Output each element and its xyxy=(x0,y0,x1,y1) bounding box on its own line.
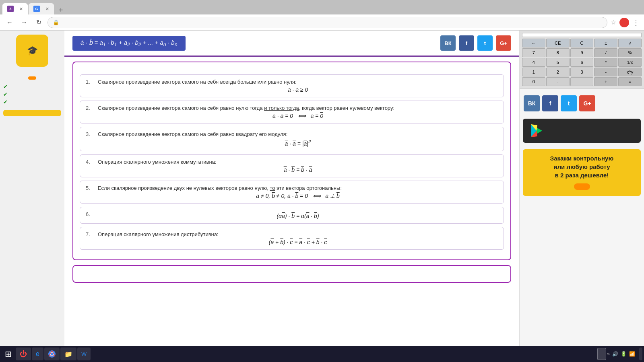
taskbar-active-app[interactable] xyxy=(597,348,606,360)
address-bar[interactable]: 🔒 xyxy=(47,17,607,28)
calc-plusminus[interactable]: ± xyxy=(594,39,617,47)
calc-3[interactable]: 3 xyxy=(570,68,594,76)
ad-logo: 🎓 xyxy=(16,35,48,67)
share-tw-button[interactable]: t xyxy=(477,35,493,51)
rs-share-gp[interactable]: G+ xyxy=(579,95,595,111)
google-play-ad[interactable] xyxy=(523,119,641,143)
new-tab-button[interactable]: + xyxy=(56,6,66,14)
calc-pow[interactable]: x^y xyxy=(618,68,642,76)
rs-share-fb[interactable]: f xyxy=(542,95,558,111)
calc-div[interactable]: / xyxy=(594,48,617,57)
refresh-button[interactable]: ↻ xyxy=(33,17,44,28)
ad-feature-1: ✔ xyxy=(3,84,61,90)
calc-sqrt[interactable]: √ xyxy=(618,39,642,47)
property-1: 1. Скалярное произведение вектора самого… xyxy=(80,74,504,97)
calculator: ← CE C ± √ 7 8 9 / % 4 5 6 * 1/x 1 2 3 -… xyxy=(520,31,644,89)
menu-icon[interactable]: ⋮ xyxy=(632,18,640,27)
main-formula: ā · b̄ = a1 · b1 + a2 · b2 + ... + an · … xyxy=(72,36,186,51)
volume-icon[interactable]: 🔊 xyxy=(612,351,618,357)
lock-icon: 🔒 xyxy=(53,19,59,25)
formula-header: ā · b̄ = a1 · b1 + a2 · b2 + ... + an · … xyxy=(64,31,519,57)
calc-inv[interactable]: 1/x xyxy=(618,58,642,67)
show-desktop-button[interactable] xyxy=(639,348,642,360)
properties-section: 1. Скалярное произведение вектора самого… xyxy=(72,62,511,260)
rs-join-section: ВК f t G+ xyxy=(520,89,644,115)
check-icon-1: ✔ xyxy=(3,84,8,90)
taskbar-power[interactable]: ⏻ xyxy=(16,348,31,360)
calc-0[interactable]: 0 xyxy=(522,77,545,86)
check-icon-3: ✔ xyxy=(3,99,8,105)
property-5: 5. Если скалярное произведение двух не н… xyxy=(80,181,504,204)
yellow-ad-cta[interactable] xyxy=(574,183,590,190)
property-2: 2. Скалярное произведение вектора самого… xyxy=(80,101,504,123)
tab-close-2[interactable]: ✕ xyxy=(45,6,49,12)
ad-features: ✔ ✔ ✔ xyxy=(3,84,61,107)
rs-share-vk[interactable]: ВК xyxy=(524,95,540,111)
ad-feature-3: ✔ xyxy=(3,99,61,105)
ad-feature-2: ✔ xyxy=(3,91,61,97)
ad-cta-button[interactable] xyxy=(3,110,61,116)
calc-8[interactable]: 8 xyxy=(546,48,570,57)
property-4: 4. Операция скалярного умножения коммута… xyxy=(80,154,504,177)
tab-active[interactable]: 3 ✕ xyxy=(2,3,28,14)
calc-backspace[interactable]: ← xyxy=(522,39,545,47)
ad-price-badge xyxy=(28,76,36,80)
battery-icon: 🔋 xyxy=(621,351,627,357)
calc-minus[interactable]: - xyxy=(594,68,617,76)
calc-mul[interactable]: * xyxy=(594,58,617,67)
forward-button[interactable]: → xyxy=(19,17,30,28)
calc-ce[interactable]: CE xyxy=(546,39,570,47)
back-button[interactable]: ← xyxy=(4,17,15,28)
left-sidebar-ad: 🎓 ✔ ✔ ✔ xyxy=(0,31,64,360)
taskbar: ⊞ ⏻ e 📁 W » 🔊 🔋 📶 xyxy=(0,346,644,362)
page-content: ā · b̄ = a1 · b1 + a2 · b2 + ... + an · … xyxy=(64,31,519,360)
profile-icon[interactable] xyxy=(619,18,629,27)
tab-close-1[interactable]: ✕ xyxy=(19,6,23,12)
calc-display xyxy=(522,33,642,37)
examples-section xyxy=(72,265,511,283)
calc-9[interactable]: 9 xyxy=(570,48,594,57)
tray-expand[interactable]: » xyxy=(607,351,610,357)
yellow-ad-title: Закажи контрольнуюили любую работув 2 ра… xyxy=(528,154,636,179)
tab-favicon-1: 3 xyxy=(7,6,14,12)
check-icon-2: ✔ xyxy=(3,91,8,97)
calc-4[interactable]: 4 xyxy=(522,58,545,67)
calc-percent[interactable]: % xyxy=(618,48,642,57)
calc-2[interactable]: 2 xyxy=(546,68,570,76)
system-tray: » 🔊 🔋 📶 xyxy=(607,351,638,357)
tab-inactive[interactable]: G ✕ xyxy=(29,3,54,14)
calc-dot[interactable]: . xyxy=(546,77,570,86)
calc-plus[interactable]: + xyxy=(594,77,617,86)
calc-empty xyxy=(570,77,594,86)
taskbar-ie[interactable]: e xyxy=(32,348,43,360)
right-sidebar: ← CE C ± √ 7 8 9 / % 4 5 6 * 1/x 1 2 3 -… xyxy=(519,31,644,360)
calc-buttons: ← CE C ± √ 7 8 9 / % 4 5 6 * 1/x 1 2 3 -… xyxy=(522,39,642,86)
share-vk-button[interactable]: ВК xyxy=(440,35,456,51)
property-3: 3. Скалярное произведение вектора самого… xyxy=(80,127,504,151)
calc-5[interactable]: 5 xyxy=(546,58,570,67)
share-fb-button[interactable]: f xyxy=(459,35,474,51)
network-icon: 📶 xyxy=(629,351,635,357)
start-button[interactable]: ⊞ xyxy=(2,348,15,360)
bookmark-icon[interactable]: ☆ xyxy=(611,19,616,26)
calc-c[interactable]: C xyxy=(570,39,594,47)
property-7: 7. Операция скалярного умножения дистриб… xyxy=(80,227,504,250)
calc-7[interactable]: 7 xyxy=(522,48,545,57)
yellow-ad-banner[interactable]: Закажи контрольнуюили любую работув 2 ра… xyxy=(523,149,641,196)
property-6: 6. (αa) · b = α(a · b) xyxy=(80,207,504,224)
gplay-icon xyxy=(528,123,545,139)
taskbar-explorer[interactable]: 📁 xyxy=(60,348,76,360)
rs-share-buttons: ВК f t G+ xyxy=(524,95,640,111)
calc-1[interactable]: 1 xyxy=(522,68,545,76)
share-buttons-top: ВК f t G+ xyxy=(440,35,511,51)
share-gp-button[interactable]: G+ xyxy=(496,35,511,51)
calc-6[interactable]: 6 xyxy=(570,58,594,67)
rs-share-tw[interactable]: t xyxy=(561,95,577,111)
taskbar-word[interactable]: W xyxy=(77,348,91,360)
tab-favicon-2: G xyxy=(33,6,40,12)
taskbar-chrome[interactable] xyxy=(44,348,60,360)
calc-equals[interactable]: = xyxy=(618,77,642,86)
